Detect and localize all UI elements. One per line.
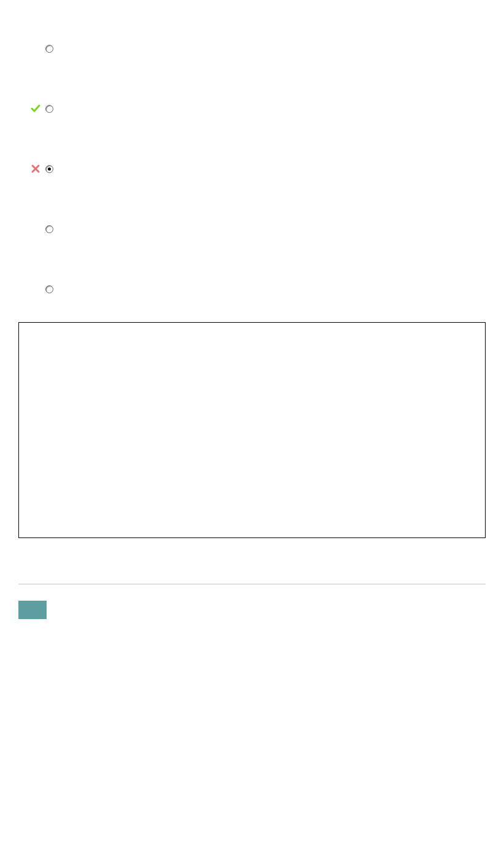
radio-option-group xyxy=(18,18,486,319)
status-spacer xyxy=(31,44,40,53)
radio-row xyxy=(18,139,486,199)
radio-option-3[interactable] xyxy=(45,165,53,173)
answer-textarea[interactable] xyxy=(18,322,486,538)
radio-row xyxy=(18,79,486,139)
status-spacer xyxy=(31,224,40,234)
check-icon xyxy=(31,104,40,114)
radio-row xyxy=(18,18,486,79)
radio-option-2[interactable] xyxy=(45,105,53,113)
radio-option-4[interactable] xyxy=(45,225,53,233)
radio-row xyxy=(18,199,486,259)
status-spacer xyxy=(31,284,40,294)
radio-row xyxy=(18,259,486,319)
section-divider xyxy=(18,584,486,585)
radio-option-5[interactable] xyxy=(45,285,53,293)
cross-icon xyxy=(31,164,40,174)
submit-button[interactable] xyxy=(18,601,47,619)
radio-option-1[interactable] xyxy=(45,45,53,53)
